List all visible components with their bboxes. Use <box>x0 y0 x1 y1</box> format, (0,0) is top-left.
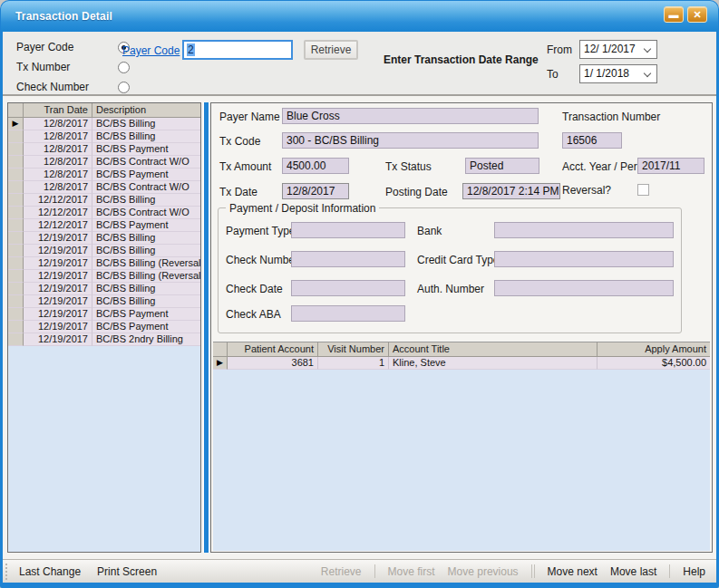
accounts-grid-header: Patient Account Visit Number Account Tit… <box>213 342 710 357</box>
search-mode-radio-check-number[interactable]: Check Number <box>16 81 130 93</box>
row-selector-cell[interactable] <box>8 321 24 333</box>
row-selector-cell[interactable] <box>8 143 24 156</box>
table-row[interactable]: 12/19/2017BC/BS Payment <box>8 321 200 333</box>
radio-button-icon[interactable] <box>118 82 130 93</box>
payment-type-field[interactable] <box>291 222 405 238</box>
tx-status-field[interactable]: Posted <box>465 158 539 174</box>
auth-number-field[interactable] <box>494 280 674 296</box>
table-row[interactable]: 12/8/2017BC/BS Contract W/O <box>8 181 200 194</box>
reversal-label: Reversal? <box>562 184 611 197</box>
description-cell: BC/BS Billing <box>92 283 200 295</box>
row-selector-cell[interactable] <box>8 169 24 181</box>
statusbar-left-buttons: Last ChangePrint Screen <box>10 565 157 578</box>
search-mode-radio-payer-code[interactable]: Payer Code <box>16 41 130 53</box>
header-selector-cell <box>213 342 228 356</box>
table-row[interactable]: ▶36811Kline, Steve$4,500.00 <box>213 357 710 370</box>
reversal-checkbox[interactable] <box>637 184 649 196</box>
tx-date-field[interactable]: 12/8/2017 <box>282 183 349 199</box>
table-row[interactable]: 12/8/2017BC/BS Payment <box>8 169 200 181</box>
row-selector-cell[interactable] <box>8 333 24 346</box>
panel-splitter[interactable] <box>203 102 209 553</box>
check-number-field[interactable] <box>291 251 405 267</box>
payer-name-field[interactable]: Blue Cross <box>282 108 539 124</box>
table-row[interactable]: 12/12/2017BC/BS Payment <box>8 219 200 232</box>
description-cell: BC/BS Contract W/O <box>92 207 200 219</box>
move-last-button[interactable]: Move last <box>610 565 656 578</box>
posting-date-field[interactable]: 12/8/2017 2:14 PM <box>462 183 560 199</box>
description-cell: BC/BS Payment <box>92 321 200 333</box>
tran-date-cell: 12/12/2017 <box>24 219 92 232</box>
description-cell: BC/BS Billing <box>92 130 200 143</box>
row-selector-cell[interactable] <box>8 308 24 321</box>
table-row[interactable]: 12/12/2017BC/BS Contract W/O <box>8 207 200 219</box>
tran-date-cell: 12/19/2017 <box>24 295 92 308</box>
row-selector-cell[interactable] <box>8 181 24 194</box>
tran-date-column-header[interactable]: Tran Date <box>24 103 92 117</box>
bank-field[interactable] <box>494 222 674 238</box>
to-date-value: 1/ 1/2018 <box>584 67 629 80</box>
credit-card-type-field[interactable] <box>494 251 674 267</box>
last-change-button[interactable]: Last Change <box>19 565 81 578</box>
row-selector-cell[interactable] <box>8 257 24 270</box>
check-aba-field[interactable] <box>291 305 405 322</box>
tx-code-field[interactable]: 300 - BC/BS Billing <box>282 132 539 149</box>
radio-label: Check Number <box>16 81 89 93</box>
transaction-number-field[interactable]: 16506 <box>562 132 622 149</box>
description-column-header[interactable]: Description <box>92 103 200 117</box>
to-date-combo[interactable]: 1/ 1/2018 <box>579 64 657 83</box>
search-mode-radio-tx-number[interactable]: Tx Number <box>16 61 130 73</box>
apply-amount-column-header[interactable]: Apply Amount <box>598 342 710 356</box>
minimize-button[interactable]: ▬ <box>664 6 684 23</box>
row-selector-cell[interactable] <box>8 130 24 143</box>
table-row[interactable]: 12/19/2017BC/BS Billing <box>8 232 200 245</box>
table-row[interactable]: 12/19/2017BC/BS Billing (Reversal) <box>8 270 200 283</box>
help-button[interactable]: Help <box>683 565 705 578</box>
row-selector-cell[interactable]: ▶ <box>213 357 228 370</box>
patient-account-cell: 3681 <box>228 357 318 370</box>
table-row[interactable]: 12/19/2017BC/BS Billing <box>8 295 200 308</box>
row-selector-cell[interactable] <box>8 219 24 232</box>
description-cell: BC/BS Payment <box>92 308 200 321</box>
row-selector-cell[interactable] <box>8 232 24 245</box>
from-date-combo[interactable]: 12/ 1/2017 <box>579 40 657 59</box>
table-row[interactable]: 12/19/2017BC/BS 2ndry Billing <box>8 333 200 346</box>
description-cell: BC/BS Payment <box>92 143 200 156</box>
table-row[interactable]: 12/19/2017BC/BS Billing (Reversal) <box>8 257 200 270</box>
tran-date-cell: 12/19/2017 <box>24 257 92 270</box>
description-cell: BC/BS Billing (Reversal) <box>92 270 200 283</box>
statusbar-separator <box>531 564 532 578</box>
table-row[interactable]: 12/8/2017BC/BS Payment <box>8 143 200 156</box>
row-selector-cell[interactable] <box>8 283 24 295</box>
patient-account-column-header[interactable]: Patient Account <box>228 342 318 356</box>
window-title: Transaction Detail <box>1 10 112 23</box>
row-selector-cell[interactable] <box>8 245 24 257</box>
row-selector-cell[interactable] <box>8 194 24 207</box>
row-selector-cell[interactable] <box>8 270 24 283</box>
table-row[interactable]: ▶12/8/2017BC/BS Billing <box>8 118 200 130</box>
tx-amount-field[interactable]: 4500.00 <box>282 158 349 174</box>
chevron-down-icon <box>644 45 651 53</box>
print-screen-button[interactable]: Print Screen <box>97 565 157 578</box>
check-date-field[interactable] <box>291 280 405 296</box>
move-next-button[interactable]: Move next <box>548 565 598 578</box>
row-selector-cell[interactable] <box>8 207 24 219</box>
description-cell: BC/BS Billing <box>92 295 200 308</box>
row-selector-cell[interactable]: ▶ <box>8 118 24 130</box>
close-button[interactable]: ✕ <box>687 6 707 23</box>
acct-year-period-field[interactable]: 2017/11 <box>637 158 704 174</box>
table-row[interactable]: 12/19/2017BC/BS Billing <box>8 245 200 257</box>
table-row[interactable]: 12/12/2017BC/BS Billing <box>8 194 200 207</box>
table-row[interactable]: 12/19/2017BC/BS Payment <box>8 308 200 321</box>
account-title-column-header[interactable]: Account Title <box>389 342 598 356</box>
row-selector-cell[interactable] <box>8 295 24 308</box>
payer-code-link[interactable]: Payer Code <box>122 44 180 57</box>
radio-button-icon[interactable] <box>118 62 130 73</box>
retrieve-button[interactable]: Retrieve <box>304 40 358 60</box>
payer-code-input[interactable]: 2 <box>182 40 293 60</box>
row-selector-cell[interactable] <box>8 156 24 169</box>
table-row[interactable]: 12/8/2017BC/BS Contract W/O <box>8 156 200 169</box>
table-row[interactable]: 12/19/2017BC/BS Billing <box>8 283 200 295</box>
table-row[interactable]: 12/8/2017BC/BS Billing <box>8 130 200 143</box>
tran-date-cell: 12/19/2017 <box>24 245 92 257</box>
visit-number-column-header[interactable]: Visit Number <box>318 342 389 356</box>
